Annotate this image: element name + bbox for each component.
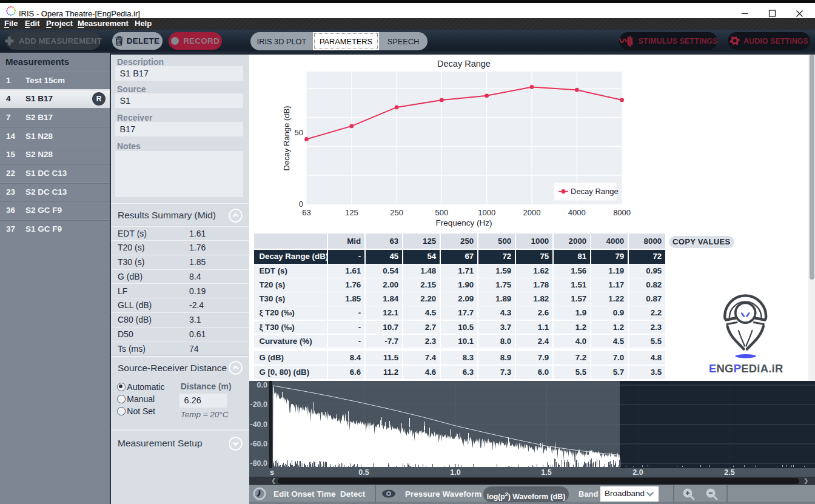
svg-text:50: 50 xyxy=(295,128,303,137)
svg-text:0: 0 xyxy=(299,200,303,209)
svg-text:250: 250 xyxy=(390,208,403,217)
svg-text:Decay Range: Decay Range xyxy=(437,59,491,69)
svg-text:4000: 4000 xyxy=(568,208,586,217)
svg-text:1000: 1000 xyxy=(478,208,495,217)
svg-text:63: 63 xyxy=(302,208,310,217)
svg-text:2000: 2000 xyxy=(523,208,541,217)
svg-text:8000: 8000 xyxy=(613,208,631,217)
svg-text:500: 500 xyxy=(435,208,449,217)
svg-text:125: 125 xyxy=(345,208,358,217)
svg-text:Decay Range: Decay Range xyxy=(571,187,619,196)
svg-text:Frequency (Hz): Frequency (Hz) xyxy=(435,218,492,227)
svg-text:Decay Range (dB): Decay Range (dB) xyxy=(282,106,291,171)
